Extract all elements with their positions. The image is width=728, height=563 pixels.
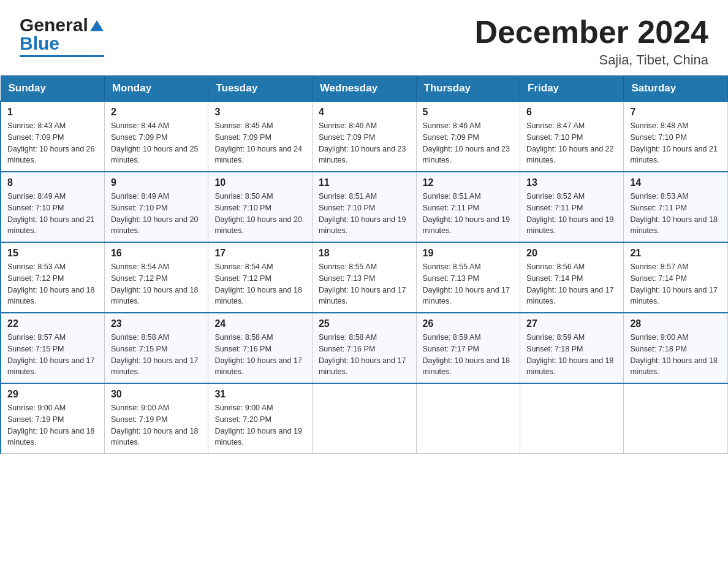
day-info: Sunrise: 8:55 AM Sunset: 7:13 PM Dayligh… xyxy=(319,261,410,307)
daylight-label: Daylight: 10 hours and 18 minutes. xyxy=(423,356,510,377)
day-number: 16 xyxy=(111,248,202,259)
sunrise-label: Sunrise: 8:50 AM xyxy=(214,192,273,201)
day-cell-18: 18 Sunrise: 8:55 AM Sunset: 7:13 PM Dayl… xyxy=(312,242,416,313)
sunset-label: Sunset: 7:10 PM xyxy=(526,133,583,142)
sunrise-label: Sunrise: 8:43 AM xyxy=(7,121,66,130)
day-info: Sunrise: 9:00 AM Sunset: 7:19 PM Dayligh… xyxy=(7,402,98,448)
day-cell-19: 19 Sunrise: 8:55 AM Sunset: 7:13 PM Dayl… xyxy=(416,242,520,313)
day-number: 20 xyxy=(526,248,617,259)
sunrise-label: Sunrise: 9:00 AM xyxy=(214,404,273,412)
logo-text: General xyxy=(20,15,104,36)
sunset-label: Sunset: 7:13 PM xyxy=(319,274,375,283)
daylight-label: Daylight: 10 hours and 17 minutes. xyxy=(7,356,94,377)
daylight-label: Daylight: 10 hours and 17 minutes. xyxy=(111,356,198,377)
daylight-label: Daylight: 10 hours and 19 minutes. xyxy=(423,215,510,236)
logo-general: General xyxy=(20,15,88,36)
day-cell-15: 15 Sunrise: 8:53 AM Sunset: 7:12 PM Dayl… xyxy=(1,242,104,313)
svg-marker-0 xyxy=(90,20,104,31)
sunset-label: Sunset: 7:14 PM xyxy=(630,274,686,283)
day-cell-4: 4 Sunrise: 8:46 AM Sunset: 7:09 PM Dayli… xyxy=(312,101,416,172)
day-number: 15 xyxy=(7,248,98,259)
day-info: Sunrise: 8:49 AM Sunset: 7:10 PM Dayligh… xyxy=(111,191,202,237)
week-row-2: 8 Sunrise: 8:49 AM Sunset: 7:10 PM Dayli… xyxy=(1,172,728,242)
sunrise-label: Sunrise: 8:59 AM xyxy=(423,333,481,342)
daylight-label: Daylight: 10 hours and 18 minutes. xyxy=(630,356,717,377)
day-cell-12: 12 Sunrise: 8:51 AM Sunset: 7:11 PM Dayl… xyxy=(416,172,520,242)
sunset-label: Sunset: 7:10 PM xyxy=(630,133,686,142)
col-header-sunday: Sunday xyxy=(1,76,104,102)
day-info: Sunrise: 8:43 AM Sunset: 7:09 PM Dayligh… xyxy=(7,120,98,166)
sunrise-label: Sunrise: 8:59 AM xyxy=(526,333,585,342)
day-cell-5: 5 Sunrise: 8:46 AM Sunset: 7:09 PM Dayli… xyxy=(416,101,520,172)
day-info: Sunrise: 8:46 AM Sunset: 7:09 PM Dayligh… xyxy=(423,120,514,166)
sunrise-label: Sunrise: 9:00 AM xyxy=(7,404,66,412)
day-info: Sunrise: 8:50 AM Sunset: 7:10 PM Dayligh… xyxy=(214,191,305,237)
day-cell-1: 1 Sunrise: 8:43 AM Sunset: 7:09 PM Dayli… xyxy=(1,101,104,172)
daylight-label: Daylight: 10 hours and 23 minutes. xyxy=(319,145,406,165)
sunrise-label: Sunrise: 8:47 AM xyxy=(526,121,585,130)
daylight-label: Daylight: 10 hours and 19 minutes. xyxy=(526,215,613,236)
day-info: Sunrise: 8:53 AM Sunset: 7:12 PM Dayligh… xyxy=(7,261,98,307)
day-info: Sunrise: 8:57 AM Sunset: 7:14 PM Dayligh… xyxy=(630,261,721,307)
day-cell-11: 11 Sunrise: 8:51 AM Sunset: 7:10 PM Dayl… xyxy=(312,172,416,242)
daylight-label: Daylight: 10 hours and 17 minutes. xyxy=(319,286,406,306)
day-number: 4 xyxy=(319,107,410,118)
sunrise-label: Sunrise: 8:52 AM xyxy=(526,192,585,201)
page-title: December 2024 xyxy=(474,15,708,50)
day-info: Sunrise: 8:51 AM Sunset: 7:10 PM Dayligh… xyxy=(319,191,410,237)
day-cell-6: 6 Sunrise: 8:47 AM Sunset: 7:10 PM Dayli… xyxy=(520,101,624,172)
day-number: 21 xyxy=(630,248,721,259)
sunset-label: Sunset: 7:18 PM xyxy=(526,345,583,353)
sunrise-label: Sunrise: 8:51 AM xyxy=(423,192,481,201)
day-cell-7: 7 Sunrise: 8:48 AM Sunset: 7:10 PM Dayli… xyxy=(624,101,728,172)
day-cell-26: 26 Sunrise: 8:59 AM Sunset: 7:17 PM Dayl… xyxy=(416,313,520,383)
day-info: Sunrise: 9:00 AM Sunset: 7:19 PM Dayligh… xyxy=(111,402,202,448)
sunrise-label: Sunrise: 8:51 AM xyxy=(319,192,377,201)
daylight-label: Daylight: 10 hours and 19 minutes. xyxy=(319,215,406,236)
daylight-label: Daylight: 10 hours and 21 minutes. xyxy=(7,215,94,236)
day-cell-22: 22 Sunrise: 8:57 AM Sunset: 7:15 PM Dayl… xyxy=(1,313,104,383)
daylight-label: Daylight: 10 hours and 18 minutes. xyxy=(111,286,198,306)
daylight-label: Daylight: 10 hours and 19 minutes. xyxy=(214,427,301,447)
day-cell-31: 31 Sunrise: 9:00 AM Sunset: 7:20 PM Dayl… xyxy=(208,383,312,454)
logo-triangle-icon xyxy=(90,19,104,33)
week-row-3: 15 Sunrise: 8:53 AM Sunset: 7:12 PM Dayl… xyxy=(1,242,728,313)
sunrise-label: Sunrise: 8:56 AM xyxy=(526,262,585,271)
day-info: Sunrise: 8:54 AM Sunset: 7:12 PM Dayligh… xyxy=(111,261,202,307)
day-cell-10: 10 Sunrise: 8:50 AM Sunset: 7:10 PM Dayl… xyxy=(208,172,312,242)
day-cell-16: 16 Sunrise: 8:54 AM Sunset: 7:12 PM Dayl… xyxy=(104,242,208,313)
sunset-label: Sunset: 7:11 PM xyxy=(423,204,479,212)
sunset-label: Sunset: 7:17 PM xyxy=(423,345,479,353)
sunset-label: Sunset: 7:09 PM xyxy=(423,133,479,142)
sunset-label: Sunset: 7:11 PM xyxy=(526,204,583,212)
calendar-table: Sunday Monday Tuesday Wednesday Thursday… xyxy=(0,75,728,454)
day-number: 1 xyxy=(7,107,98,118)
day-info: Sunrise: 8:52 AM Sunset: 7:11 PM Dayligh… xyxy=(526,191,617,237)
day-info: Sunrise: 8:49 AM Sunset: 7:10 PM Dayligh… xyxy=(7,191,98,237)
col-header-monday: Monday xyxy=(104,76,208,102)
day-info: Sunrise: 8:57 AM Sunset: 7:15 PM Dayligh… xyxy=(7,332,98,378)
sunrise-label: Sunrise: 8:54 AM xyxy=(214,262,273,271)
day-info: Sunrise: 8:58 AM Sunset: 7:16 PM Dayligh… xyxy=(214,332,305,378)
daylight-label: Daylight: 10 hours and 21 minutes. xyxy=(630,145,717,165)
day-cell-29: 29 Sunrise: 9:00 AM Sunset: 7:19 PM Dayl… xyxy=(1,383,104,454)
col-header-wednesday: Wednesday xyxy=(312,76,416,102)
sunrise-label: Sunrise: 8:48 AM xyxy=(630,121,688,130)
day-number: 2 xyxy=(111,107,202,118)
daylight-label: Daylight: 10 hours and 22 minutes. xyxy=(526,145,613,165)
sunset-label: Sunset: 7:15 PM xyxy=(7,345,64,353)
sunset-label: Sunset: 7:09 PM xyxy=(214,133,271,142)
sunrise-label: Sunrise: 8:49 AM xyxy=(7,192,66,201)
day-info: Sunrise: 8:51 AM Sunset: 7:11 PM Dayligh… xyxy=(423,191,514,237)
sunset-label: Sunset: 7:14 PM xyxy=(526,274,583,283)
sunset-label: Sunset: 7:12 PM xyxy=(111,274,167,283)
empty-cell-w4d3 xyxy=(312,383,416,454)
daylight-label: Daylight: 10 hours and 26 minutes. xyxy=(7,145,94,165)
daylight-label: Daylight: 10 hours and 18 minutes. xyxy=(7,286,94,306)
sunset-label: Sunset: 7:19 PM xyxy=(111,415,167,424)
empty-cell-w4d4 xyxy=(416,383,520,454)
day-info: Sunrise: 8:58 AM Sunset: 7:15 PM Dayligh… xyxy=(111,332,202,378)
daylight-label: Daylight: 10 hours and 17 minutes. xyxy=(630,286,717,306)
day-cell-3: 3 Sunrise: 8:45 AM Sunset: 7:09 PM Dayli… xyxy=(208,101,312,172)
day-cell-27: 27 Sunrise: 8:59 AM Sunset: 7:18 PM Dayl… xyxy=(520,313,624,383)
